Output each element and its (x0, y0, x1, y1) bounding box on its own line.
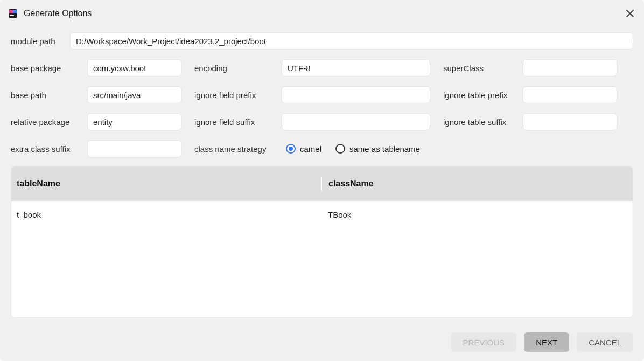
label-extra-class-suffix: extra class suffix (11, 144, 81, 154)
base-package-input[interactable] (87, 59, 181, 77)
label-class-name-strategy: class name strategy (194, 144, 275, 154)
row-module-path: module path (11, 32, 633, 50)
close-icon[interactable] (624, 7, 636, 20)
label-module-path: module path (11, 37, 57, 46)
label-super-class: superClass (443, 64, 516, 73)
col-classname-header[interactable]: className (321, 176, 633, 191)
ignore-field-suffix-input[interactable] (282, 113, 430, 130)
radio-camel-label: camel (300, 144, 321, 154)
label-ignore-field-prefix: ignore field prefix (194, 91, 275, 100)
label-base-package: base package (11, 64, 81, 73)
app-icon (8, 8, 18, 19)
table-row[interactable]: t_bookTBook (11, 201, 633, 228)
cell-classname: TBook (321, 210, 633, 219)
dialog-window: Generate Options module path base packag… (0, 0, 644, 361)
extra-class-suffix-input[interactable] (87, 140, 181, 157)
encoding-input[interactable] (282, 59, 430, 77)
svg-rect-2 (13, 10, 17, 13)
radio-dot-icon (335, 144, 345, 154)
svg-rect-1 (9, 10, 13, 13)
row-base-path: base path ignore field prefix ignore tab… (11, 86, 633, 103)
row-extra-class-suffix: extra class suffix class name strategy c… (11, 140, 633, 157)
svg-rect-3 (10, 15, 14, 16)
col-tablename-header[interactable]: tableName (11, 179, 321, 189)
next-button[interactable]: NEXT (524, 332, 569, 352)
window-title: Generate Options (24, 9, 92, 18)
label-base-path: base path (11, 91, 81, 100)
cell-tablename: t_book (11, 210, 321, 219)
radio-same-label: same as tablename (349, 144, 420, 154)
label-ignore-table-suffix: ignore table suffix (443, 117, 516, 127)
radio-same-as-tablename[interactable]: same as tablename (335, 144, 420, 154)
label-ignore-field-suffix: ignore field suffix (194, 117, 275, 127)
mapping-table: tableName className t_bookTBook (11, 166, 633, 318)
super-class-input[interactable] (523, 59, 617, 77)
module-path-input[interactable] (70, 32, 633, 50)
table-header: tableName className (11, 166, 633, 201)
radio-dot-icon (286, 144, 296, 154)
class-name-strategy-group: camel same as tablename (286, 144, 420, 154)
titlebar: Generate Options (0, 0, 644, 27)
previous-button[interactable]: PREVIOUS (451, 332, 517, 352)
base-path-input[interactable] (87, 86, 181, 103)
ignore-field-prefix-input[interactable] (282, 86, 430, 103)
cancel-button[interactable]: CANCEL (577, 332, 633, 352)
dialog-body: module path base package encoding superC… (0, 27, 644, 329)
label-ignore-table-prefix: ignore table prefix (443, 91, 516, 100)
relative-package-input[interactable] (87, 113, 181, 130)
row-base-package: base package encoding superClass (11, 59, 633, 77)
label-relative-package: relative package (11, 117, 81, 127)
table-body: t_bookTBook (11, 201, 633, 228)
ignore-table-suffix-input[interactable] (523, 113, 617, 130)
row-relative-package: relative package ignore field suffix ign… (11, 113, 633, 130)
label-encoding: encoding (194, 64, 275, 73)
ignore-table-prefix-input[interactable] (523, 86, 617, 103)
radio-camel[interactable]: camel (286, 144, 321, 154)
dialog-footer: PREVIOUS NEXT CANCEL (0, 329, 644, 361)
